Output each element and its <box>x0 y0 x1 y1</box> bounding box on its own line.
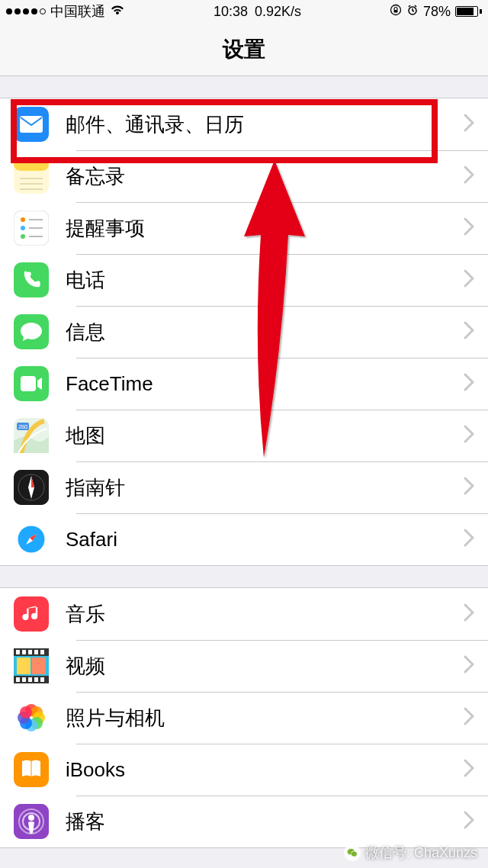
row-mail[interactable]: 邮件、通讯录、日历 <box>0 98 488 150</box>
svg-rect-29 <box>22 650 26 654</box>
orientation-lock-icon <box>390 4 402 20</box>
row-label: 地图 <box>66 423 464 449</box>
row-music[interactable]: 音乐 <box>0 588 488 640</box>
chevron-right-icon <box>464 163 474 189</box>
row-label: 邮件、通讯录、日历 <box>66 111 464 138</box>
settings-group: 音乐视频照片与相机iBooks播客 <box>0 587 488 848</box>
row-label: 提醒事项 <box>66 215 464 242</box>
chevron-right-icon <box>464 215 474 241</box>
row-label: 播客 <box>66 809 464 835</box>
svg-point-10 <box>21 217 25 222</box>
alarm-icon <box>406 4 419 20</box>
chevron-right-icon <box>464 267 474 293</box>
svg-rect-1 <box>393 10 397 13</box>
group-spacer <box>0 566 488 587</box>
chevron-right-icon <box>464 423 474 448</box>
row-label: 视频 <box>66 653 464 680</box>
svg-point-12 <box>21 234 25 239</box>
svg-rect-39 <box>32 657 46 674</box>
row-label: 电话 <box>66 267 464 294</box>
row-label: 备忘录 <box>66 163 464 190</box>
time-label: 10:38 <box>214 4 248 19</box>
chevron-right-icon <box>464 757 474 783</box>
compass-icon <box>14 470 49 505</box>
row-label: 音乐 <box>66 601 464 628</box>
svg-rect-38 <box>17 657 30 674</box>
row-safari[interactable]: Safari <box>0 513 488 565</box>
row-label: 信息 <box>66 319 464 346</box>
reminders-icon <box>14 211 49 246</box>
svg-rect-37 <box>40 677 44 682</box>
chevron-right-icon <box>464 319 474 345</box>
mail-icon <box>14 107 49 142</box>
chevron-right-icon <box>464 526 474 552</box>
svg-point-48 <box>20 706 32 719</box>
photos-icon <box>14 700 49 735</box>
group-spacer <box>0 76 488 98</box>
chevron-right-icon <box>464 474 474 500</box>
battery-percent: 78% <box>423 4 451 20</box>
row-phone[interactable]: 电话 <box>0 254 488 306</box>
row-compass[interactable]: 指南针 <box>0 461 488 513</box>
podcasts-icon <box>14 804 49 839</box>
speed-label: 0.92K/s <box>255 4 301 19</box>
wifi-icon <box>110 4 125 20</box>
facetime-icon <box>14 366 49 401</box>
chevron-right-icon <box>464 809 474 834</box>
svg-point-53 <box>28 815 34 821</box>
svg-rect-16 <box>21 376 36 391</box>
svg-point-11 <box>21 226 25 230</box>
svg-rect-36 <box>34 677 38 682</box>
row-facetime[interactable]: FaceTime <box>0 358 488 410</box>
safari-icon <box>14 522 49 557</box>
videos-icon <box>14 648 49 683</box>
svg-rect-28 <box>16 650 20 654</box>
maps-icon: 280 <box>14 418 49 453</box>
row-messages[interactable]: 信息 <box>0 306 488 358</box>
signal-dots-icon <box>6 8 46 14</box>
music-icon <box>14 596 49 632</box>
svg-rect-34 <box>22 677 26 682</box>
row-podcasts[interactable]: 播客 <box>0 796 488 847</box>
svg-rect-32 <box>40 650 44 654</box>
row-label: 照片与相机 <box>66 705 464 731</box>
row-notes[interactable]: 备忘录 <box>0 150 488 202</box>
chevron-right-icon <box>464 601 474 627</box>
row-label: 指南针 <box>66 474 464 501</box>
row-reminders[interactable]: 提醒事项 <box>0 202 488 254</box>
row-photos[interactable]: 照片与相机 <box>0 692 488 744</box>
row-label: FaceTime <box>66 372 464 396</box>
notes-icon <box>14 159 49 194</box>
watermark: 微信号: ChaXunzs <box>344 844 477 862</box>
chevron-right-icon <box>464 653 474 679</box>
svg-rect-30 <box>28 650 32 654</box>
chevron-right-icon <box>464 705 474 731</box>
watermark-text: 微信号: ChaXunzs <box>365 844 477 862</box>
row-maps[interactable]: 280地图 <box>0 410 488 461</box>
row-ibooks[interactable]: iBooks <box>0 744 488 796</box>
page-title: 设置 <box>223 35 265 64</box>
messages-icon <box>14 314 49 349</box>
chevron-right-icon <box>464 371 474 397</box>
status-center: 10:38 0.92K/s <box>214 4 301 20</box>
svg-rect-35 <box>28 677 32 682</box>
chevron-right-icon <box>464 111 474 137</box>
phone-icon <box>14 262 49 297</box>
row-label: Safari <box>66 528 464 551</box>
row-label: iBooks <box>66 758 464 782</box>
carrier-label: 中国联通 <box>50 2 105 21</box>
svg-text:280: 280 <box>18 424 27 429</box>
status-bar: 中国联通 10:38 0.92K/s 78% <box>0 0 488 23</box>
nav-bar: 设置 <box>0 23 488 76</box>
wechat-icon <box>344 844 361 861</box>
svg-rect-31 <box>34 650 38 654</box>
row-videos[interactable]: 视频 <box>0 640 488 692</box>
ibooks-icon <box>14 752 49 787</box>
status-right: 78% <box>390 4 482 20</box>
battery-icon <box>455 6 482 17</box>
svg-rect-33 <box>16 677 20 682</box>
settings-group: 邮件、通讯录、日历备忘录提醒事项电话信息FaceTime280地图指南针Safa… <box>0 98 488 566</box>
svg-rect-5 <box>14 159 49 171</box>
status-left: 中国联通 <box>6 2 125 21</box>
